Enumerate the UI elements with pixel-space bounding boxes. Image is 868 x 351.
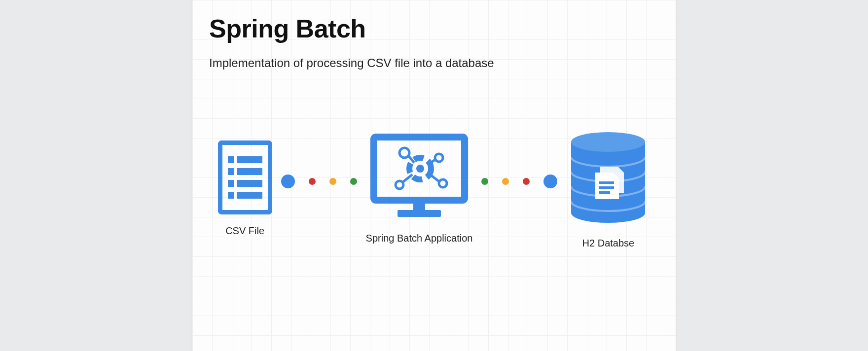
diagram-canvas: Spring Batch Implementation of processin… bbox=[192, 0, 676, 351]
node-app-label: Spring Batch Application bbox=[366, 233, 473, 244]
svg-rect-0 bbox=[220, 142, 270, 212]
dot-blue bbox=[543, 175, 557, 188]
svg-rect-23 bbox=[599, 181, 614, 184]
connector-dots-2 bbox=[481, 175, 557, 188]
svg-point-22 bbox=[571, 132, 645, 152]
node-csv-file: CSV File bbox=[218, 140, 272, 237]
diagram-title: Spring Batch bbox=[209, 14, 659, 43]
dot-red bbox=[523, 178, 530, 185]
svg-rect-1 bbox=[228, 156, 234, 163]
dot-green bbox=[350, 178, 357, 185]
svg-line-18 bbox=[402, 175, 412, 182]
node-h2-database: H2 Databse bbox=[566, 128, 650, 249]
connector-dots-1 bbox=[281, 175, 357, 188]
dot-blue bbox=[281, 175, 295, 188]
dot-red bbox=[309, 178, 316, 185]
diagram-subtitle: Implementation of processing CSV file in… bbox=[209, 56, 659, 70]
svg-rect-25 bbox=[599, 191, 610, 194]
dot-green bbox=[481, 178, 488, 185]
node-db-label: H2 Databse bbox=[582, 238, 635, 249]
svg-rect-11 bbox=[398, 210, 441, 217]
dot-orange bbox=[502, 178, 509, 185]
dot-orange bbox=[329, 178, 336, 185]
svg-rect-2 bbox=[237, 156, 262, 163]
svg-rect-24 bbox=[599, 186, 614, 189]
svg-rect-4 bbox=[237, 168, 262, 175]
monitor-icon bbox=[370, 133, 469, 222]
database-icon bbox=[566, 128, 650, 227]
csv-file-icon bbox=[218, 140, 272, 214]
svg-rect-10 bbox=[413, 202, 425, 210]
flow-row: CSV File bbox=[192, 128, 676, 249]
svg-rect-7 bbox=[228, 192, 234, 199]
node-spring-batch-app: Spring Batch Application bbox=[366, 133, 473, 244]
svg-rect-5 bbox=[228, 180, 234, 187]
svg-point-13 bbox=[435, 154, 443, 162]
svg-rect-3 bbox=[228, 168, 234, 175]
svg-point-21 bbox=[416, 165, 424, 173]
node-csv-label: CSV File bbox=[225, 225, 264, 237]
svg-rect-8 bbox=[237, 192, 262, 199]
svg-point-15 bbox=[439, 179, 447, 187]
svg-rect-6 bbox=[237, 180, 262, 187]
